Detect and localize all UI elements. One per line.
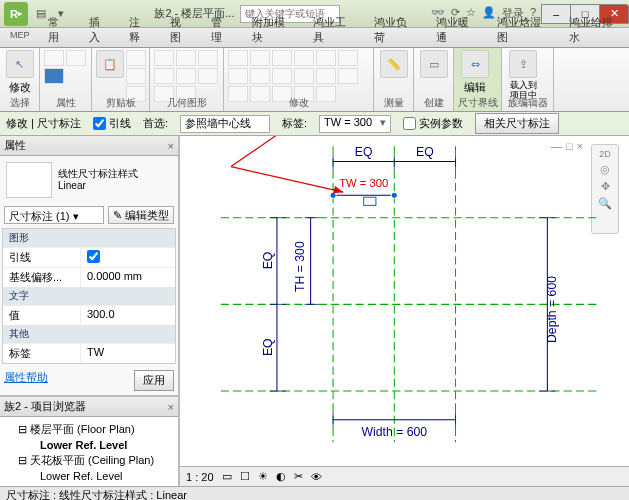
props-btn2[interactable]	[66, 50, 86, 66]
paste-icon: 📋	[96, 50, 124, 78]
group-text[interactable]: 文字	[3, 287, 175, 305]
cut-geom-icon[interactable]	[154, 68, 174, 84]
pin-icon[interactable]	[294, 68, 314, 84]
context-label: 修改 | 尺寸标注	[6, 116, 81, 131]
close-icon[interactable]: ×	[168, 401, 174, 413]
move-icon[interactable]	[228, 68, 248, 84]
status-text: 尺寸标注 : 线性尺寸标注样式 : Linear	[6, 488, 187, 500]
tab-hy-tools[interactable]: 鸿业工具	[305, 13, 362, 47]
group-graphics[interactable]: 图形	[3, 229, 175, 247]
chevron-down-icon: ▾	[380, 116, 386, 129]
props-icon[interactable]	[44, 50, 64, 66]
tab-hy-psych[interactable]: 鸿业焓湿图	[489, 13, 557, 47]
load-project-button[interactable]: ⇪载入到 项目中	[506, 50, 540, 100]
lock-icon[interactable]	[364, 197, 376, 205]
apply-button[interactable]: 应用	[134, 370, 174, 391]
tab-hy-hvac[interactable]: 鸿业暖通	[428, 13, 485, 47]
sun-path-icon[interactable]: ☀	[258, 470, 268, 483]
status-bar: 尺寸标注 : 线性尺寸标注样式 : Linear	[0, 486, 629, 500]
svg-point-13	[330, 192, 336, 198]
leader-value-checkbox[interactable]	[81, 248, 175, 267]
leader-checkbox[interactable]: 引线	[93, 116, 131, 131]
type-props-icon[interactable]	[44, 68, 64, 84]
ribbon-panel-modify: 修改	[224, 48, 374, 111]
group-other[interactable]: 其他	[3, 325, 175, 343]
align-icon[interactable]	[228, 50, 248, 66]
svg-text:EQ: EQ	[416, 145, 434, 159]
svg-line-36	[231, 136, 287, 167]
tab-addins[interactable]: 附加模块	[244, 13, 301, 47]
shadows-icon[interactable]: ◐	[276, 470, 286, 483]
value-field[interactable]: 300.0	[81, 306, 175, 325]
tab-home[interactable]: 常用	[40, 13, 77, 47]
svg-text:EQ: EQ	[355, 145, 373, 159]
tab-annotate[interactable]: 注释	[121, 13, 158, 47]
visual-style-icon[interactable]: ☐	[240, 470, 250, 483]
tree-floorplan-level[interactable]: Lower Ref. Level	[4, 438, 174, 452]
scale-label[interactable]: 1 : 20	[186, 471, 214, 483]
pref-label: 首选:	[143, 116, 168, 131]
ribbon-panel-witness: ⇔编辑 尺寸界线	[454, 48, 502, 111]
tab-insert[interactable]: 插入	[81, 13, 118, 47]
related-dims-button[interactable]: 相关尺寸标注	[475, 113, 559, 134]
geom-b1[interactable]	[176, 50, 196, 66]
properties-header[interactable]: 属性 ×	[0, 136, 178, 156]
geom-c1[interactable]	[198, 50, 218, 66]
drawing-canvas[interactable]: — □ × 2D ◎ ✥ 🔍 EQ EQ	[180, 136, 629, 486]
tree-ceiling-level[interactable]: Lower Ref. Level	[4, 469, 174, 483]
ribbon-panel-props: 属性	[40, 48, 92, 111]
geom-c2[interactable]	[198, 68, 218, 84]
copy-mod-icon[interactable]	[250, 68, 270, 84]
edit-witness-button[interactable]: ⇔编辑	[458, 50, 492, 95]
property-grid: 图形 引线 基线偏移... 0.0000 mm 文字 值 300.0 其他 标签	[2, 228, 176, 364]
ribbon-panel-select: ↖修改 选择	[0, 48, 40, 111]
instance-filter-select[interactable]: 尺寸标注 (1) ▾	[4, 206, 104, 224]
scale-icon[interactable]	[294, 50, 314, 66]
label-select[interactable]: TW = 300 ▾	[319, 115, 391, 133]
ribbon-panel-measure: 📏 测量	[374, 48, 414, 111]
tab-hy-plumb[interactable]: 鸿业给排水	[561, 13, 629, 47]
paste-button[interactable]: 📋	[96, 50, 124, 78]
hide-icon[interactable]: 👁	[311, 471, 322, 483]
tree-floorplan[interactable]: ⊟ 楼层平面 (Floor Plan)	[4, 421, 174, 438]
geom-b2[interactable]	[176, 68, 196, 84]
workspace: 属性 × 线性尺寸标注样式 Linear 尺寸标注 (1) ▾ ✎ 编辑类型 图…	[0, 136, 629, 486]
tab-hy-load[interactable]: 鸿业负荷	[366, 13, 423, 47]
crop-icon[interactable]: ✂	[294, 470, 303, 483]
tab-view[interactable]: 视图	[162, 13, 199, 47]
tab-manage[interactable]: 管理	[203, 13, 240, 47]
edit-type-button[interactable]: ✎ 编辑类型	[108, 206, 174, 224]
mod-e2[interactable]	[316, 68, 336, 84]
app-menu-button[interactable]: R▸	[4, 2, 28, 26]
mod-e1[interactable]	[316, 50, 336, 66]
detail-level-icon[interactable]: ▭	[222, 470, 232, 483]
properties-help-link[interactable]: 属性帮助	[4, 370, 48, 391]
rotate-icon[interactable]	[272, 50, 292, 66]
browser-header[interactable]: 族2 - 项目浏览器 ×	[0, 397, 178, 417]
load-icon: ⇪	[509, 50, 537, 78]
properties-panel: 属性 × 线性尺寸标注样式 Linear 尺寸标注 (1) ▾ ✎ 编辑类型 图…	[0, 136, 178, 395]
array-icon[interactable]	[272, 68, 292, 84]
instance-param-checkbox[interactable]: 实例参数	[403, 116, 463, 131]
tree-ceilingplan[interactable]: ⊟ 天花板平面 (Ceiling Plan)	[4, 452, 174, 469]
mod-f2[interactable]	[338, 68, 358, 84]
cope-icon[interactable]	[154, 50, 174, 66]
label-field[interactable]: TW	[81, 344, 175, 363]
svg-text:Depth = 600: Depth = 600	[545, 276, 559, 343]
modify-button[interactable]: ↖修改	[4, 50, 35, 95]
ribbon-panel-clipboard: 📋 剪贴板	[92, 48, 150, 111]
close-icon[interactable]: ×	[168, 140, 174, 152]
svg-text:EQ: EQ	[261, 338, 275, 356]
create-button[interactable]: ▭	[418, 50, 449, 78]
canvas-svg: EQ EQ TW = 300 EQ EQ	[180, 136, 629, 473]
baseline-value[interactable]: 0.0000 mm	[81, 268, 175, 287]
ribbon-tabs: 常用 插入 注释 视图 管理 附加模块 鸿业工具 鸿业负荷 鸿业暖通 鸿业焓湿图…	[0, 28, 629, 48]
mod-f1[interactable]	[338, 50, 358, 66]
measure-button[interactable]: 📏	[378, 50, 409, 78]
mirror-icon[interactable]	[250, 50, 270, 66]
cut-icon[interactable]	[126, 50, 146, 66]
pref-select[interactable]: 参照墙中心线	[180, 115, 270, 133]
copy-icon[interactable]	[126, 68, 146, 84]
type-selector[interactable]: 线性尺寸标注样式 Linear	[0, 156, 178, 204]
dim-th[interactable]: TH = 300	[293, 218, 318, 305]
